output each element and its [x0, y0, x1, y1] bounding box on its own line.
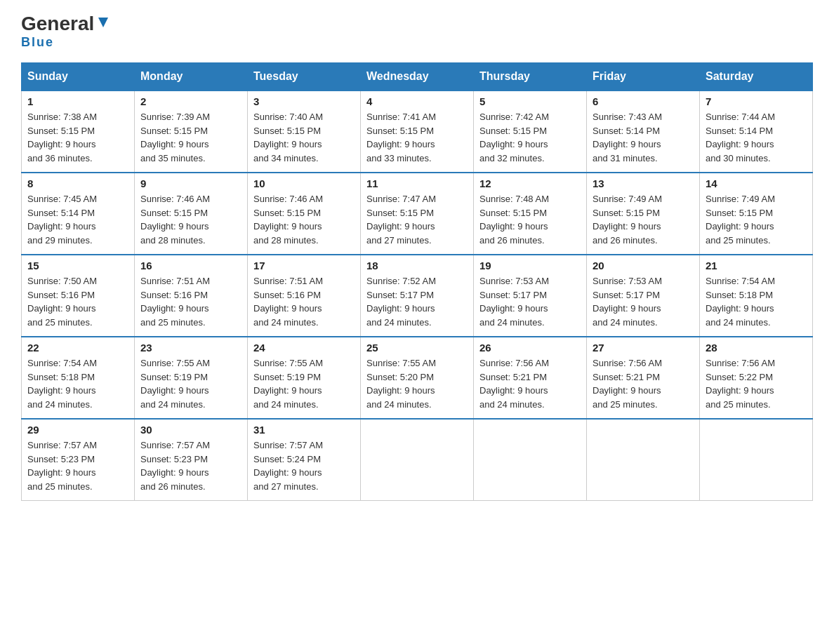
calendar-cell-2-6: 21Sunrise: 7:54 AMSunset: 5:18 PMDayligh… [700, 255, 813, 337]
day-info: Sunrise: 7:49 AMSunset: 5:15 PMDaylight:… [593, 192, 694, 247]
day-number: 2 [140, 95, 241, 107]
weekday-header-sunday: Sunday [22, 63, 135, 91]
calendar-cell-4-3 [361, 419, 474, 501]
calendar-cell-1-3: 11Sunrise: 7:47 AMSunset: 5:15 PMDayligh… [361, 173, 474, 255]
calendar-cell-0-0: 1Sunrise: 7:38 AMSunset: 5:15 PMDaylight… [22, 90, 135, 173]
calendar-cell-3-4: 26Sunrise: 7:56 AMSunset: 5:21 PMDayligh… [474, 337, 587, 419]
calendar-cell-1-0: 8Sunrise: 7:45 AMSunset: 5:14 PMDaylight… [22, 173, 135, 255]
day-number: 25 [366, 342, 468, 354]
day-info: Sunrise: 7:51 AMSunset: 5:16 PMDaylight:… [253, 274, 355, 329]
day-number: 26 [479, 342, 581, 354]
calendar-cell-2-3: 18Sunrise: 7:52 AMSunset: 5:17 PMDayligh… [361, 255, 474, 337]
day-number: 9 [140, 177, 241, 189]
calendar-cell-0-4: 5Sunrise: 7:42 AMSunset: 5:15 PMDaylight… [474, 90, 587, 173]
calendar-cell-3-1: 23Sunrise: 7:55 AMSunset: 5:19 PMDayligh… [135, 337, 248, 419]
day-number: 14 [706, 177, 807, 189]
day-info: Sunrise: 7:46 AMSunset: 5:15 PMDaylight:… [253, 192, 355, 247]
weekday-header-wednesday: Wednesday [361, 63, 474, 91]
calendar-cell-2-5: 20Sunrise: 7:53 AMSunset: 5:17 PMDayligh… [587, 255, 700, 337]
day-number: 27 [593, 342, 694, 354]
day-info: Sunrise: 7:53 AMSunset: 5:17 PMDaylight:… [593, 274, 694, 329]
day-info: Sunrise: 7:48 AMSunset: 5:15 PMDaylight:… [479, 192, 581, 247]
day-number: 18 [366, 260, 468, 271]
calendar-cell-4-6 [700, 419, 813, 501]
day-number: 20 [593, 260, 694, 271]
calendar-header: SundayMondayTuesdayWednesdayThursdayFrid… [22, 63, 813, 91]
weekday-header-tuesday: Tuesday [248, 63, 361, 91]
calendar-cell-3-5: 27Sunrise: 7:56 AMSunset: 5:21 PMDayligh… [587, 337, 700, 419]
day-number: 11 [366, 177, 468, 189]
day-info: Sunrise: 7:42 AMSunset: 5:15 PMDaylight:… [479, 110, 581, 165]
day-info: Sunrise: 7:41 AMSunset: 5:15 PMDaylight:… [366, 110, 468, 165]
day-info: Sunrise: 7:54 AMSunset: 5:18 PMDaylight:… [27, 356, 128, 411]
day-number: 24 [253, 342, 355, 354]
day-number: 3 [253, 95, 355, 107]
day-number: 4 [366, 95, 468, 107]
day-number: 5 [479, 95, 581, 107]
day-number: 8 [27, 177, 128, 189]
calendar-cell-4-5 [587, 419, 700, 501]
calendar-cell-2-2: 17Sunrise: 7:51 AMSunset: 5:16 PMDayligh… [248, 255, 361, 337]
day-info: Sunrise: 7:39 AMSunset: 5:15 PMDaylight:… [140, 110, 241, 165]
day-info: Sunrise: 7:50 AMSunset: 5:16 PMDaylight:… [27, 274, 128, 329]
day-number: 13 [593, 177, 694, 189]
calendar-cell-2-4: 19Sunrise: 7:53 AMSunset: 5:17 PMDayligh… [474, 255, 587, 337]
calendar-week-row-5: 29Sunrise: 7:57 AMSunset: 5:23 PMDayligh… [22, 419, 813, 501]
day-number: 29 [27, 424, 128, 436]
calendar-week-row-2: 8Sunrise: 7:45 AMSunset: 5:14 PMDaylight… [22, 173, 813, 255]
day-number: 16 [140, 260, 241, 271]
calendar-cell-3-6: 28Sunrise: 7:56 AMSunset: 5:22 PMDayligh… [700, 337, 813, 419]
day-info: Sunrise: 7:56 AMSunset: 5:21 PMDaylight:… [593, 356, 694, 411]
weekday-header-friday: Friday [587, 63, 700, 91]
calendar-week-row-1: 1Sunrise: 7:38 AMSunset: 5:15 PMDaylight… [22, 90, 813, 173]
calendar-cell-3-3: 25Sunrise: 7:55 AMSunset: 5:20 PMDayligh… [361, 337, 474, 419]
day-info: Sunrise: 7:57 AMSunset: 5:23 PMDaylight:… [140, 438, 241, 493]
day-info: Sunrise: 7:57 AMSunset: 5:24 PMDaylight:… [253, 438, 355, 493]
logo-blue-text: Blue [21, 35, 54, 50]
calendar-week-row-3: 15Sunrise: 7:50 AMSunset: 5:16 PMDayligh… [22, 255, 813, 337]
svg-marker-0 [98, 18, 108, 27]
day-number: 21 [706, 260, 807, 271]
logo: General Blue [21, 14, 111, 50]
day-number: 1 [27, 95, 128, 107]
day-info: Sunrise: 7:52 AMSunset: 5:17 PMDaylight:… [366, 274, 468, 329]
weekday-header-saturday: Saturday [700, 63, 813, 91]
calendar-table: SundayMondayTuesdayWednesdayThursdayFrid… [21, 62, 813, 501]
day-number: 30 [140, 424, 241, 436]
day-number: 10 [253, 177, 355, 189]
day-info: Sunrise: 7:47 AMSunset: 5:15 PMDaylight:… [366, 192, 468, 247]
calendar-cell-0-1: 2Sunrise: 7:39 AMSunset: 5:15 PMDaylight… [135, 90, 248, 173]
calendar-cell-1-5: 13Sunrise: 7:49 AMSunset: 5:15 PMDayligh… [587, 173, 700, 255]
day-info: Sunrise: 7:44 AMSunset: 5:14 PMDaylight:… [706, 110, 807, 165]
calendar-cell-0-3: 4Sunrise: 7:41 AMSunset: 5:15 PMDaylight… [361, 90, 474, 173]
day-info: Sunrise: 7:55 AMSunset: 5:19 PMDaylight:… [253, 356, 355, 411]
calendar-cell-1-4: 12Sunrise: 7:48 AMSunset: 5:15 PMDayligh… [474, 173, 587, 255]
day-number: 17 [253, 260, 355, 271]
calendar-cell-3-2: 24Sunrise: 7:55 AMSunset: 5:19 PMDayligh… [248, 337, 361, 419]
day-number: 6 [593, 95, 694, 107]
calendar-cell-4-0: 29Sunrise: 7:57 AMSunset: 5:23 PMDayligh… [22, 419, 135, 501]
day-number: 28 [706, 342, 807, 354]
calendar-cell-1-1: 9Sunrise: 7:46 AMSunset: 5:15 PMDaylight… [135, 173, 248, 255]
weekday-header-row: SundayMondayTuesdayWednesdayThursdayFrid… [22, 63, 813, 91]
calendar-cell-3-0: 22Sunrise: 7:54 AMSunset: 5:18 PMDayligh… [22, 337, 135, 419]
calendar-week-row-4: 22Sunrise: 7:54 AMSunset: 5:18 PMDayligh… [22, 337, 813, 419]
day-info: Sunrise: 7:45 AMSunset: 5:14 PMDaylight:… [27, 192, 128, 247]
calendar-cell-1-6: 14Sunrise: 7:49 AMSunset: 5:15 PMDayligh… [700, 173, 813, 255]
day-info: Sunrise: 7:55 AMSunset: 5:20 PMDaylight:… [366, 356, 468, 411]
day-info: Sunrise: 7:51 AMSunset: 5:16 PMDaylight:… [140, 274, 241, 329]
calendar-cell-2-1: 16Sunrise: 7:51 AMSunset: 5:16 PMDayligh… [135, 255, 248, 337]
calendar-cell-4-2: 31Sunrise: 7:57 AMSunset: 5:24 PMDayligh… [248, 419, 361, 501]
day-info: Sunrise: 7:38 AMSunset: 5:15 PMDaylight:… [27, 110, 128, 165]
day-info: Sunrise: 7:55 AMSunset: 5:19 PMDaylight:… [140, 356, 241, 411]
calendar-cell-0-5: 6Sunrise: 7:43 AMSunset: 5:14 PMDaylight… [587, 90, 700, 173]
calendar-cell-2-0: 15Sunrise: 7:50 AMSunset: 5:16 PMDayligh… [22, 255, 135, 337]
day-number: 31 [253, 424, 355, 436]
logo-arrow-icon [95, 15, 111, 30]
calendar-cell-4-1: 30Sunrise: 7:57 AMSunset: 5:23 PMDayligh… [135, 419, 248, 501]
day-number: 15 [27, 260, 128, 271]
page-header: General Blue [21, 14, 813, 50]
day-number: 12 [479, 177, 581, 189]
day-info: Sunrise: 7:49 AMSunset: 5:15 PMDaylight:… [706, 192, 807, 247]
weekday-header-thursday: Thursday [474, 63, 587, 91]
